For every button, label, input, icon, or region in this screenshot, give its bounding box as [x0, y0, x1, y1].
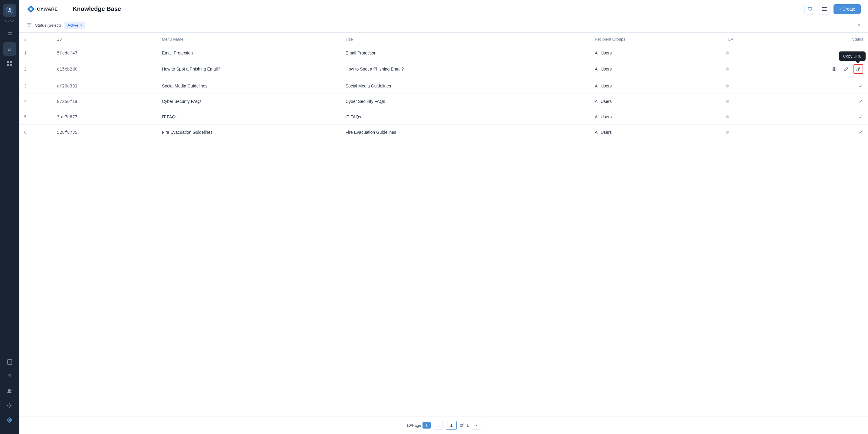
filter-tag-text: Active [67, 23, 78, 28]
table-row: 2 e15eb2d0 How to Spot a Phishing Email?… [19, 60, 868, 79]
cyware-brand-text: CYWARE [37, 6, 58, 11]
filter-tag-close[interactable]: × [80, 23, 82, 28]
knowledge-base-table: # ID Menu Name Title Recipient Groups TL… [19, 33, 868, 140]
table-row: 4 87256f1a Cyber Security FAQs Cyber Sec… [19, 94, 868, 109]
svg-point-22 [834, 68, 835, 70]
svg-rect-20 [822, 10, 827, 11]
cell-title: Social Media Guidelines [341, 79, 590, 94]
svg-rect-4 [7, 64, 9, 66]
prev-page-button[interactable]: ‹ [434, 421, 443, 430]
col-header-status: Status [774, 33, 868, 46]
cell-recipient-groups: All Users [590, 125, 721, 140]
sidebar-item-help[interactable]: ? [3, 370, 17, 383]
cell-menu-name: Social Media Guidelines [157, 79, 341, 94]
per-page-dropdown-btn[interactable]: ▲ [423, 422, 431, 429]
top-header: CYWARE Knowledge Base + Create [19, 0, 868, 18]
cell-recipient-groups: All Users [590, 46, 721, 60]
refresh-button[interactable] [804, 4, 815, 14]
sidebar-item-settings[interactable] [3, 399, 17, 412]
tlp-dot [726, 131, 729, 134]
cell-title: How to Spot a Phishing Email? [341, 60, 590, 79]
cell-menu-name: How to Spot a Phishing Email? [157, 60, 341, 79]
sidebar-item-home[interactable]: ⌂ [3, 42, 17, 56]
svg-point-11 [10, 390, 12, 391]
view-button[interactable] [829, 64, 839, 74]
col-header-tlp: TLP [721, 33, 774, 46]
svg-rect-2 [7, 61, 9, 63]
table-row: 1 5fcdef47 Email Protection Email Protec… [19, 46, 868, 60]
sidebar-item-hamburger[interactable]: ☰ [3, 28, 17, 41]
current-page-number: 1 [446, 421, 457, 430]
cell-recipient-groups: All Users [590, 60, 721, 79]
col-header-title: Title [341, 33, 590, 46]
svg-point-1 [9, 8, 10, 10]
per-page-selector: 10/Page ▲ [406, 422, 431, 429]
cell-num: 1 [19, 46, 52, 60]
svg-point-12 [9, 405, 10, 406]
col-header-menu-name: Menu Name [157, 33, 341, 46]
col-header-num: # [19, 33, 52, 46]
table-container: # ID Menu Name Title Recipient Groups TL… [19, 33, 868, 416]
cell-status: ✓ [774, 79, 868, 94]
edit-button[interactable] [841, 64, 851, 74]
sidebar-bottom: ? [3, 355, 17, 430]
cell-title: IT FAQs [341, 109, 590, 125]
cell-title: Email Protection [341, 46, 590, 60]
cell-id: af20d301 [52, 79, 157, 94]
filter-icon[interactable] [27, 22, 31, 28]
header-actions: + Create [804, 4, 861, 14]
tlp-dot [726, 52, 729, 55]
pagination-bar: 10/Page ▲ ‹ 1 of 1 › [19, 416, 868, 434]
status-check-icon: ✓ [859, 98, 863, 104]
svg-rect-5 [10, 64, 12, 66]
cell-tlp [721, 109, 774, 125]
table-row: 6 528f8735 Fire Evacuation Guidelines Fi… [19, 125, 868, 140]
copy-url-tooltip: Copy URL [839, 52, 866, 61]
cell-id: e15eb2d0 [52, 60, 157, 79]
cell-tlp [721, 60, 774, 79]
cyware-logo: CYWARE [27, 5, 58, 13]
cell-id: 87256f1a [52, 94, 157, 109]
tlp-dot [726, 100, 729, 103]
next-page-button[interactable]: › [472, 421, 481, 430]
create-button[interactable]: + Create [834, 4, 861, 14]
cell-title: Cyber Security FAQs [341, 94, 590, 109]
sidebar-nav: ☰ ⌂ [3, 28, 17, 355]
copy-url-button[interactable]: Copy URL [854, 64, 863, 74]
status-check-icon: ✓ [859, 129, 863, 135]
menu-icon-button[interactable] [819, 4, 830, 14]
table-row: 3 af20d301 Social Media Guidelines Socia… [19, 79, 868, 94]
cell-num: 4 [19, 94, 52, 109]
svg-point-10 [8, 389, 10, 391]
cell-num: 6 [19, 125, 52, 140]
row-actions: Copy URL [778, 64, 863, 74]
svg-rect-3 [10, 61, 12, 63]
cell-num: 2 [19, 60, 52, 79]
cell-id: 528f8735 [52, 125, 157, 140]
cell-tlp [721, 79, 774, 94]
app-name-label: CSAP [5, 19, 14, 22]
filter-clear-all[interactable]: × [858, 22, 861, 28]
app-logo[interactable] [3, 4, 17, 17]
filter-bar: Status (Select) Active × × [19, 18, 868, 33]
cell-tlp [721, 46, 774, 60]
sidebar-item-users[interactable] [3, 384, 17, 398]
cell-title: Fire Evacuation Guidelines [341, 125, 590, 140]
page-title: Knowledge Base [73, 5, 121, 12]
cell-id: 3ac7e877 [52, 109, 157, 125]
cell-menu-name: IT FAQs [157, 109, 341, 125]
cell-recipient-groups: All Users [590, 109, 721, 125]
col-header-recipient-groups: Recipient Groups [590, 33, 721, 46]
cell-status: Copy URL [774, 60, 868, 79]
sidebar-item-reports[interactable] [3, 355, 17, 369]
tlp-dot [726, 115, 729, 118]
cell-menu-name: Email Protection [157, 46, 341, 60]
cell-recipient-groups: All Users [590, 79, 721, 94]
sidebar-item-dashboard[interactable] [3, 57, 17, 70]
total-pages-label: 1 [466, 423, 469, 428]
tlp-dot [726, 85, 729, 88]
cell-status: ✓ [774, 94, 868, 109]
sidebar: CSAP ☰ ⌂ ? [0, 0, 19, 434]
table-row: 5 3ac7e877 IT FAQs IT FAQs All Users ✓ [19, 109, 868, 125]
sidebar-item-cyware-logo-bottom[interactable] [3, 413, 17, 427]
